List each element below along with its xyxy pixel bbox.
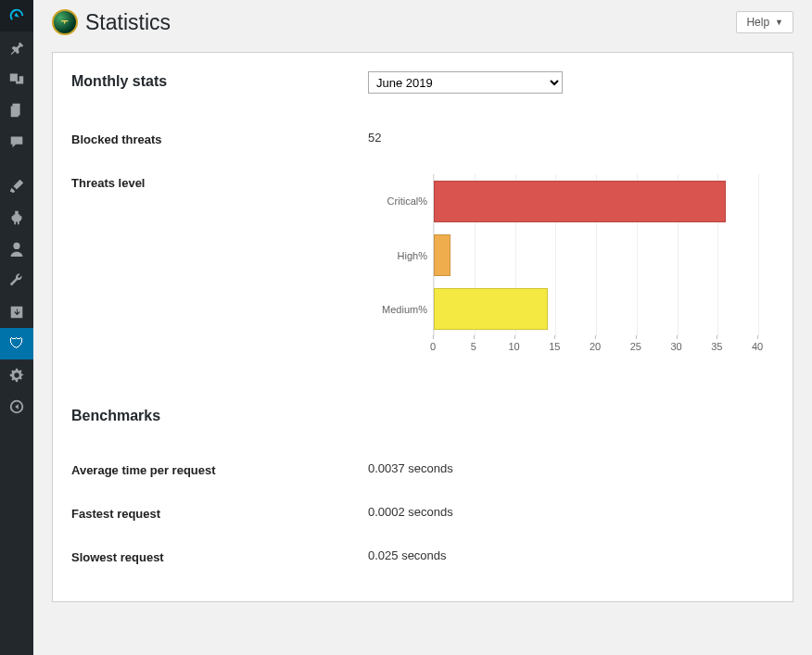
sidebar-item-media[interactable] bbox=[0, 63, 33, 94]
help-button[interactable]: Help ▼ bbox=[736, 11, 793, 33]
sidebar-item-appearance[interactable] bbox=[0, 170, 33, 202]
chart-y-label: Medium% bbox=[368, 304, 427, 315]
admin-sidebar: 🛡 bbox=[0, 0, 33, 655]
pages-icon bbox=[8, 102, 25, 119]
chart-x-tick: 5 bbox=[471, 341, 476, 352]
comment-icon bbox=[8, 133, 25, 150]
chevron-down-icon: ▼ bbox=[775, 18, 783, 27]
benchmarks-heading: Benchmarks bbox=[71, 408, 160, 423]
slowest-request-value: 0.025 seconds bbox=[368, 548, 774, 562]
blocked-threats-label: Blocked threats bbox=[71, 131, 368, 146]
shield-icon: 🛡 bbox=[9, 336, 24, 351]
stats-panel: Monthly stats June 2019 Blocked threats … bbox=[52, 52, 793, 602]
pin-icon bbox=[8, 39, 25, 56]
chart-x-tick: 10 bbox=[508, 341, 519, 352]
fastest-request-value: 0.0002 seconds bbox=[368, 505, 774, 519]
month-select[interactable]: June 2019 bbox=[368, 71, 563, 94]
gear-icon bbox=[8, 367, 25, 384]
plug-icon bbox=[8, 209, 25, 226]
sidebar-item-settings[interactable] bbox=[0, 359, 33, 391]
chart-x-tick: 20 bbox=[590, 341, 601, 352]
wrench-icon bbox=[8, 272, 25, 289]
sidebar-item-dashboard[interactable] bbox=[0, 0, 33, 31]
blocked-threats-value: 52 bbox=[368, 131, 774, 145]
sidebar-item-comments[interactable] bbox=[0, 126, 33, 157]
chart-x-tick: 30 bbox=[670, 341, 681, 352]
brush-icon bbox=[8, 178, 25, 195]
threats-level-label: Threats level bbox=[71, 174, 368, 190]
sidebar-item-posts[interactable] bbox=[0, 31, 33, 63]
import-icon bbox=[8, 304, 25, 321]
sidebar-item-security[interactable]: 🛡 bbox=[0, 328, 33, 359]
app-shield-icon: ⫟ bbox=[52, 9, 78, 35]
main-content: ⫟ Statistics Help ▼ Monthly stats June 2… bbox=[33, 0, 812, 655]
media-icon bbox=[8, 70, 25, 87]
chart-x-tick: 40 bbox=[752, 341, 763, 352]
slowest-request-label: Slowest request bbox=[71, 548, 368, 564]
chart-bar bbox=[434, 234, 450, 276]
sidebar-item-collapse[interactable] bbox=[0, 391, 33, 422]
sidebar-item-import[interactable] bbox=[0, 296, 33, 328]
avg-request-label: Average time per request bbox=[71, 461, 368, 477]
monthly-heading: Monthly stats bbox=[71, 73, 167, 89]
sidebar-item-tools[interactable] bbox=[0, 265, 33, 296]
chart-y-label: High% bbox=[368, 250, 427, 261]
chart-bar bbox=[434, 288, 548, 330]
help-label: Help bbox=[746, 16, 769, 29]
sidebar-item-users[interactable] bbox=[0, 233, 33, 265]
chart-bar bbox=[434, 181, 726, 222]
chart-x-tick: 15 bbox=[549, 341, 560, 352]
chart-x-tick: 35 bbox=[711, 341, 722, 352]
user-icon bbox=[8, 241, 25, 258]
sidebar-item-plugins[interactable] bbox=[0, 202, 33, 233]
avg-request-value: 0.0037 seconds bbox=[368, 461, 774, 475]
fastest-request-label: Fastest request bbox=[71, 505, 368, 521]
chart-y-label: Critical% bbox=[368, 195, 427, 207]
chart-x-tick: 0 bbox=[430, 341, 436, 352]
page-title: Statistics bbox=[85, 10, 171, 35]
gauge-icon bbox=[8, 7, 25, 24]
threats-level-chart: 0510152025303540 Critical%High%Medium% bbox=[368, 174, 757, 359]
chart-x-tick: 25 bbox=[630, 341, 641, 352]
collapse-icon bbox=[8, 398, 25, 415]
sidebar-item-pages[interactable] bbox=[0, 94, 33, 126]
